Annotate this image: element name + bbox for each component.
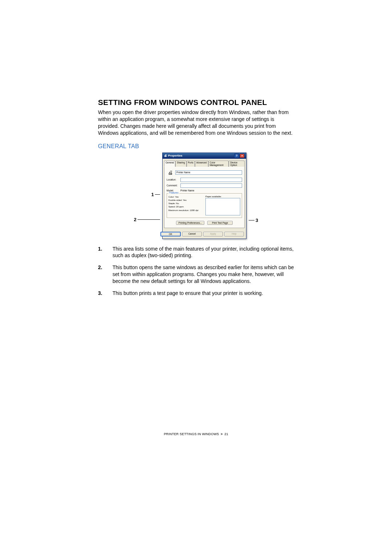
- callout-line: [249, 220, 254, 220]
- tab-sharing[interactable]: Sharing: [175, 161, 186, 167]
- print-test-page-button[interactable]: Print Test Page: [207, 221, 233, 225]
- help-window-button[interactable]: ?: [234, 154, 239, 158]
- large-printer-icon: 🖨: [167, 169, 174, 176]
- footer-section: PRINTER SETTINGS IN WINDOWS: [164, 432, 219, 436]
- note-number: 1.: [98, 246, 113, 259]
- callout-label: 2: [134, 217, 136, 222]
- features-group: Features Color: Yes Double-sided: Yes St…: [167, 193, 242, 218]
- close-window-button[interactable]: ×: [240, 154, 245, 158]
- page-content: SETTING FROM WINDOWS CONTROL PANEL When …: [73, 76, 319, 447]
- features-list: Color: Yes Double-sided: Yes Staple: No …: [168, 195, 203, 215]
- callouts-left: 1 2: [134, 153, 160, 239]
- printer-name-field[interactable]: Printer Name: [175, 170, 242, 175]
- comment-field[interactable]: [180, 183, 242, 188]
- location-field[interactable]: [180, 178, 242, 182]
- note-item: 2. This button opens the same windows as…: [98, 264, 294, 285]
- footer-page-number: 21: [224, 432, 228, 436]
- tab-color-management[interactable]: Color Management: [208, 161, 229, 167]
- location-label: Location:: [167, 178, 179, 181]
- dialog-titlebar: 🖨 Properties ? ×: [163, 153, 246, 159]
- callout-label: 1: [151, 192, 154, 197]
- note-text: This button opens the same windows as de…: [113, 264, 294, 285]
- help-button[interactable]: Help: [224, 232, 244, 236]
- printer-icon: 🖨: [164, 154, 167, 157]
- note-item: 1. This area lists some of the main feat…: [98, 246, 294, 259]
- callout-line: [138, 219, 160, 220]
- dialog-buttons: OK Cancel Apply Help: [163, 230, 246, 239]
- feature-line: Staple: No: [168, 202, 203, 205]
- callout-label: 3: [256, 218, 258, 223]
- section-subheading: GENERAL TAB: [98, 143, 294, 150]
- note-number: 3.: [98, 290, 113, 297]
- printing-preferences-button[interactable]: Printing Preferences...: [176, 221, 204, 225]
- apply-button[interactable]: Apply: [203, 232, 223, 236]
- tab-panel-general: 🖨 Printer Name Location: Comment: Model:…: [164, 166, 245, 228]
- feature-line: Maximum resolution: 1200 dpi: [168, 208, 203, 212]
- numbered-notes: 1. This area lists some of the main feat…: [98, 246, 294, 297]
- tab-general[interactable]: General: [164, 161, 175, 167]
- note-number: 2.: [98, 264, 113, 285]
- model-value: Printer Name: [180, 189, 194, 192]
- note-item: 3. This button prints a test page to ens…: [98, 290, 294, 297]
- intro-paragraph: When you open the driver properties wind…: [98, 109, 294, 137]
- footer: PRINTER SETTINGS IN WINDOWS > 21: [73, 432, 319, 436]
- features-legend: Features: [168, 191, 179, 194]
- feature-line: Speed: 20 ppm: [168, 205, 203, 208]
- tab-ports[interactable]: Ports: [187, 161, 195, 167]
- note-text: This area lists some of the main feature…: [113, 246, 294, 259]
- cancel-button[interactable]: Cancel: [182, 232, 202, 236]
- feature-line: Color: Yes: [168, 195, 203, 198]
- paper-available-list[interactable]: [205, 198, 240, 215]
- footer-separator: >: [221, 432, 222, 436]
- paper-label: Paper available:: [205, 195, 240, 198]
- comment-label: Comment:: [167, 184, 179, 187]
- ok-button[interactable]: OK: [160, 232, 181, 236]
- callout-line: [155, 194, 160, 195]
- note-text: This button prints a test page to ensure…: [113, 290, 294, 297]
- dialog-title: Properties: [168, 154, 183, 157]
- tab-device-option[interactable]: Device Option: [229, 161, 245, 167]
- callouts-right: 3: [249, 153, 258, 239]
- feature-line: Double-sided: Yes: [168, 198, 203, 202]
- page-title: SETTING FROM WINDOWS CONTROL PANEL: [98, 98, 294, 107]
- tab-strip: General Sharing Ports Advanced Color Man…: [163, 159, 246, 166]
- figure: 1 2 🖨 Properties ? × General: [98, 153, 294, 239]
- tab-advanced[interactable]: Advanced: [195, 161, 208, 167]
- properties-dialog: 🖨 Properties ? × General Sharing Ports A…: [162, 153, 246, 239]
